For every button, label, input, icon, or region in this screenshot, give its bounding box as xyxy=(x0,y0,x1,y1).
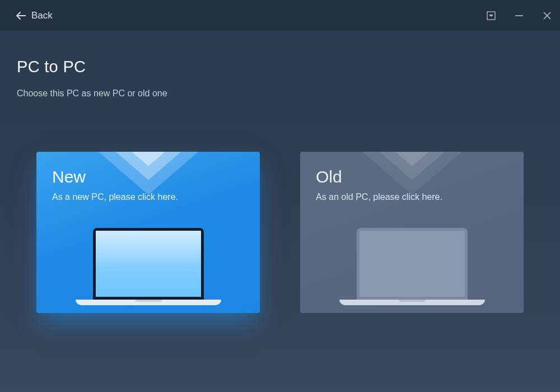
old-pc-card[interactable]: Old As an old PC, please click here. xyxy=(300,152,524,313)
dropdown-icon[interactable] xyxy=(486,11,496,21)
new-card-desc: As a new PC, please click here. xyxy=(52,192,244,202)
page-subtitle: Choose this PC as new PC or old one xyxy=(17,88,543,99)
window-controls xyxy=(486,11,552,21)
card-row: New As a new PC, please click here. Old … xyxy=(17,152,543,313)
titlebar: Back xyxy=(0,0,560,31)
laptop-icon xyxy=(339,228,485,305)
back-label: Back xyxy=(31,10,53,21)
page-title: PC to PC xyxy=(17,58,543,76)
new-pc-card[interactable]: New As a new PC, please click here. xyxy=(36,152,260,313)
old-card-title: Old xyxy=(316,167,508,186)
close-icon[interactable] xyxy=(542,11,552,21)
new-card-title: New xyxy=(52,167,244,186)
main: PC to PC Choose this PC as new PC or old… xyxy=(0,31,560,330)
laptop-icon xyxy=(76,228,221,305)
arrow-left-icon xyxy=(16,12,26,20)
old-card-desc: As an old PC, please click here. xyxy=(316,192,508,202)
minimize-icon[interactable] xyxy=(514,11,524,21)
back-button[interactable]: Back xyxy=(16,10,53,21)
